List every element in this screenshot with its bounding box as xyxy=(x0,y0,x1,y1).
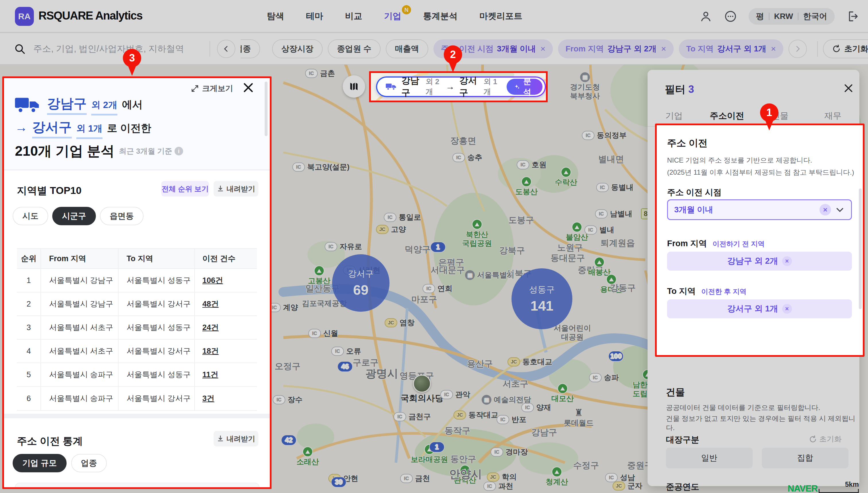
table-row[interactable]: 2서울특별시 강남구서울특별시 강서구48건 xyxy=(17,293,257,316)
expand-label: 크게보기 xyxy=(202,83,233,94)
analyze-label: 분석 xyxy=(523,76,534,98)
top10-tab-시도[interactable]: 시도 xyxy=(13,207,48,225)
table-header-cell: From 지역 xyxy=(41,249,118,268)
download-icon xyxy=(217,185,224,192)
stats-download-button[interactable]: 내려받기 xyxy=(213,431,258,447)
sparkle-icon xyxy=(515,83,520,90)
to-tail-text: 로 이전한 xyxy=(107,121,151,135)
arrow-icon: → xyxy=(15,120,27,134)
from-tail-text: 에서 xyxy=(122,98,143,112)
move-count-link[interactable]: 11건 xyxy=(202,369,219,380)
move-count-link[interactable]: 106건 xyxy=(202,275,223,285)
table-cell: 4 xyxy=(17,340,41,363)
table-cell: 서울특별시 강서구 xyxy=(118,340,195,363)
close-icon[interactable] xyxy=(242,81,255,94)
top10-section-title: 지역별 TOP10 xyxy=(17,184,82,197)
to-region-chip-value: 강서구 외 1개 xyxy=(727,303,778,315)
download-icon xyxy=(217,435,224,443)
timing-clear-icon[interactable]: × xyxy=(820,204,831,215)
table-row[interactable]: 6서울특별시 송파구서울특별시 강서구3건 xyxy=(17,387,257,410)
move-count-link[interactable]: 18건 xyxy=(202,346,219,356)
annotation-pin-1: 1 xyxy=(760,103,778,122)
address-move-title: 주소 이전 xyxy=(667,137,708,150)
pill-from-suffix: 외 2개 xyxy=(426,77,441,97)
table-cell: 서울특별시 성동구 xyxy=(118,269,195,292)
timing-label: 주소 이전 시점 xyxy=(667,187,722,198)
table-cell: 서울특별시 강남구 xyxy=(41,269,118,292)
to-region-hint: 이전한 후 지역 xyxy=(701,287,746,296)
from-region-label: From 지역 xyxy=(667,238,707,249)
pill-from-region: 강남구 xyxy=(401,75,421,99)
table-cell: 3건 xyxy=(195,387,257,410)
from-region-suffix[interactable]: 외 2개 xyxy=(91,99,117,115)
table-cell: 서울특별시 송파구 xyxy=(41,387,118,410)
table-cell: 18건 xyxy=(195,340,257,363)
table-header-cell: To 지역 xyxy=(118,249,195,268)
table-row[interactable]: 5서울특별시 송파구서울특별시 성동구11건 xyxy=(17,363,257,387)
top10-tab-읍면동[interactable]: 읍면동 xyxy=(100,207,143,225)
stats-chart-card xyxy=(15,483,259,489)
panel-scrollbar[interactable] xyxy=(859,189,862,309)
analysis-headline: 210개 기업 분석 xyxy=(15,142,115,160)
download-label: 내려받기 xyxy=(227,184,255,194)
timing-dropdown[interactable]: 3개월 이내 × xyxy=(667,199,852,220)
top10-level-tabs: 시도시군구읍면동 xyxy=(13,207,143,225)
chevron-down-icon xyxy=(835,205,845,215)
stats-tab-업종[interactable]: 업종 xyxy=(71,454,107,472)
table-header-cell: 순위 xyxy=(17,249,41,268)
stats-tabs: 기업 규모업종 xyxy=(13,454,107,472)
to-region-chip[interactable]: 강서구 외 1개 × xyxy=(667,299,852,318)
from-region-clear-icon[interactable]: × xyxy=(782,256,792,266)
map-route-pill-region: 강남구 외 2개 → 강서구 외 1개 분석 xyxy=(369,71,548,102)
pill-to-region: 강서구 xyxy=(459,75,479,99)
table-header-cell: 이전 건수 xyxy=(195,249,257,268)
expand-icon xyxy=(190,84,199,93)
address-move-desc-2: (2025년 11월 이후 시점부터 제공되는 점 참고 부탁드립니다.) xyxy=(667,168,854,177)
stats-tab-기업 규모[interactable]: 기업 규모 xyxy=(13,454,67,472)
from-region-chip[interactable]: 강남구 외 2개 × xyxy=(667,252,852,271)
table-cell: 106건 xyxy=(195,269,257,292)
analyze-button[interactable]: 분석 xyxy=(507,79,543,95)
address-move-desc-1: NICE 기업의 주소 정보를 기반으로 제공합니다. xyxy=(667,156,812,165)
annotation-pin-2: 2 xyxy=(444,45,462,64)
to-region-suffix[interactable]: 외 1개 xyxy=(76,122,102,139)
move-count-link[interactable]: 48건 xyxy=(202,299,219,309)
info-icon[interactable]: i xyxy=(175,147,183,155)
table-row[interactable]: 4서울특별시 서초구서울특별시 강서구18건 xyxy=(17,340,257,363)
table-cell: 24건 xyxy=(195,316,257,339)
download-label: 내려받기 xyxy=(227,434,255,444)
truck-icon xyxy=(386,81,397,92)
app-root: IC금촌IC민락▦경기도청북부청사IC동의정부별내면장흥면IC송추IC호원IC북… xyxy=(0,0,868,493)
table-cell: 서울특별시 강남구 xyxy=(41,293,118,316)
table-row[interactable]: 1서울특별시 강남구서울특별시 성동구106건 xyxy=(17,269,257,293)
move-count-link[interactable]: 3건 xyxy=(202,393,214,404)
truck-icon xyxy=(15,96,41,114)
table-cell: 48건 xyxy=(195,293,257,316)
table-cell: 서울특별시 성동구 xyxy=(118,316,195,339)
table-cell: 2 xyxy=(17,293,41,316)
table-cell: 서울특별시 강서구 xyxy=(118,387,195,410)
table-row[interactable]: 3서울특별시 서초구서울특별시 성동구24건 xyxy=(17,316,257,340)
top10-tab-시군구[interactable]: 시군구 xyxy=(52,207,96,225)
table-cell: 서울특별시 서초구 xyxy=(41,316,118,339)
timing-value: 3개월 이내 xyxy=(674,204,820,215)
table-cell: 서울특별시 성동구 xyxy=(118,363,195,386)
to-region-label: To 지역 xyxy=(667,285,695,297)
to-region-clear-icon[interactable]: × xyxy=(782,304,792,314)
table-header-row: 순위From 지역To 지역이전 건수 xyxy=(17,249,257,269)
table-cell: 서울특별시 강서구 xyxy=(118,293,195,316)
panel-scrollbar[interactable] xyxy=(265,82,268,136)
expand-view-button[interactable]: 크게보기 xyxy=(190,83,233,94)
table-cell: 3 xyxy=(17,316,41,339)
move-count-link[interactable]: 24건 xyxy=(202,322,219,333)
table-cell: 5 xyxy=(17,363,41,386)
view-all-rank-button[interactable]: 전체 순위 보기 xyxy=(161,181,209,196)
route-pill: 강남구 외 2개 → 강서구 외 1개 분석 xyxy=(376,77,546,97)
from-region-link[interactable]: 강남구 xyxy=(47,95,87,115)
address-move-filter-section: 주소 이전 NICE 기업의 주소 정보를 기반으로 제공합니다. (2025년… xyxy=(655,124,865,357)
from-region-chip-value: 강남구 외 2개 xyxy=(727,255,778,267)
table-cell: 서울특별시 서초구 xyxy=(41,340,118,363)
to-region-link[interactable]: 강서구 xyxy=(32,119,72,138)
top10-download-button[interactable]: 내려받기 xyxy=(213,181,258,196)
table-cell: 서울특별시 송파구 xyxy=(41,363,118,386)
